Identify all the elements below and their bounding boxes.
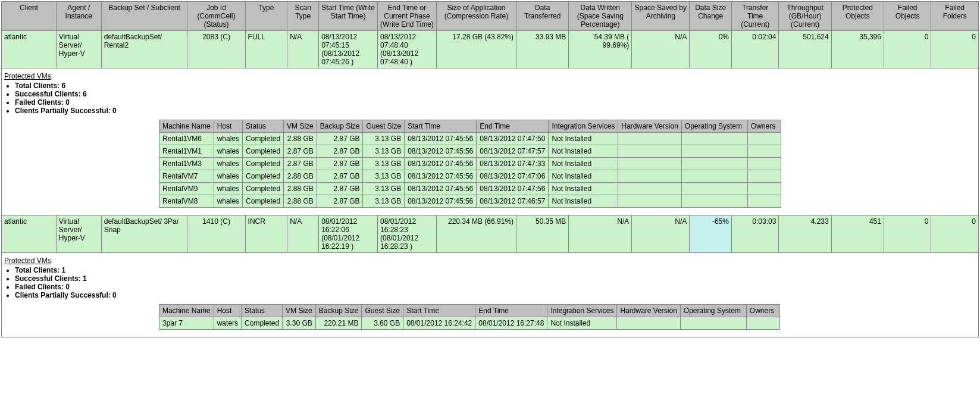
vm-cell-host: whales	[214, 145, 242, 158]
vm-cell-status: Completed	[243, 195, 284, 208]
cell-transferred: 33.93 MB	[516, 31, 569, 68]
vm-col-header: Operating System	[680, 305, 746, 317]
cell-scantype: N/A	[287, 215, 319, 253]
table-header-row: ClientAgent / InstanceBackup Set / Subcl…	[2, 2, 979, 31]
vm-table: Machine NameHostStatusVM SizeBackup Size…	[159, 304, 780, 330]
vm-cell-own	[746, 317, 779, 330]
vm-row: Rental1VM6whalesCompleted2.88 GB2.87 GB3…	[159, 133, 781, 145]
summary-line: Successful Clients: 6	[15, 90, 976, 98]
vm-cell-backupsize: 2.87 GB	[317, 145, 363, 158]
vm-cell-end: 08/13/2012 07:47:06	[477, 170, 549, 183]
vm-cell-own	[747, 133, 781, 145]
vm-cell-hw	[618, 170, 681, 183]
vm-cell-name: 3par 7	[159, 317, 214, 330]
vm-cell-status: Completed	[243, 170, 284, 183]
vm-cell-status: Completed	[243, 145, 284, 158]
summary-list: Total Clients: 1Successful Clients: 1Fai…	[15, 266, 976, 299]
vm-cell-int: Not Installed	[549, 170, 618, 183]
cell-failedobj: 0	[884, 31, 931, 68]
vm-cell-guestsize: 3.13 GB	[363, 195, 405, 208]
col-header: End Time or Current Phase (Write End Tim…	[378, 2, 437, 31]
cell-sizechange: 0%	[690, 31, 732, 68]
vm-col-header: Integration Services	[549, 120, 618, 133]
vm-cell-backupsize: 2.87 GB	[317, 170, 363, 183]
vm-cell-end: 08/13/2012 07:46:57	[477, 195, 549, 208]
col-header: Failed Objects	[884, 2, 931, 31]
vm-cell-end: 08/01/2012 16:27:48	[475, 317, 547, 330]
vm-cell-vmsize: 2.88 GB	[284, 183, 317, 195]
cell-protected: 35,396	[831, 31, 884, 68]
vm-col-header: VM Size	[283, 305, 316, 317]
vm-col-header: End Time	[475, 305, 547, 317]
cell-sizechange: -65%	[690, 215, 732, 253]
vm-cell-end: 08/13/2012 07:47:33	[477, 158, 549, 170]
cell-end: 08/01/2012 16:28:23 (08/01/2012 16:28:23…	[378, 215, 437, 253]
vm-cell-host: whales	[214, 158, 242, 170]
summary-line: Clients Partially Successful: 0	[15, 291, 976, 299]
vm-col-header: VM Size	[284, 120, 317, 133]
vm-col-header: Host	[214, 120, 242, 133]
vm-cell-vmsize: 3.30 GB	[283, 317, 316, 330]
vm-cell-backupsize: 2.87 GB	[317, 133, 363, 145]
col-header: Data Transferred	[516, 2, 569, 31]
vm-cell-status: Completed	[243, 183, 284, 195]
job-row: atlanticVirtual Server/ Hyper-VdefaultBa…	[2, 215, 979, 253]
cell-jobid: 2083 (C)	[187, 31, 245, 68]
col-header: Transfer Time (Current)	[731, 2, 778, 31]
vm-col-header: Start Time	[403, 305, 475, 317]
vm-col-header: End Time	[477, 120, 549, 133]
cell-backupset: defaultBackupSet/ Rental2	[101, 31, 187, 68]
vm-row: RentalVM7whalesCompleted2.88 GB2.87 GB3.…	[159, 170, 781, 183]
vm-cell-os	[681, 170, 747, 183]
vm-cell-end: 08/13/2012 07:47:50	[477, 133, 549, 145]
cell-written: 54.39 MB ( 99.69%)	[569, 31, 632, 68]
vm-cell-vmsize: 2.88 GB	[284, 133, 317, 145]
vm-cell-status: Completed	[243, 158, 284, 170]
vm-cell-own	[747, 170, 781, 183]
col-header: Job Id (CommCell) (Status)	[187, 2, 245, 31]
vm-col-header: Operating System	[681, 120, 747, 133]
vm-col-header: Status	[243, 120, 284, 133]
protected-vms-title: Protected VMs	[4, 72, 51, 80]
vm-col-header: Hardware Version	[618, 120, 681, 133]
cell-failedfold: 0	[931, 215, 979, 253]
vm-cell-own	[747, 183, 781, 195]
cell-client: atlantic	[2, 215, 57, 253]
col-header: Start Time (Write Start Time)	[319, 2, 378, 31]
vm-cell-backupsize: 2.87 GB	[317, 195, 363, 208]
cell-transfertime: 0:03:03	[731, 215, 778, 253]
vm-cell-os	[680, 317, 746, 330]
summary-line: Clients Partially Successful: 0	[15, 107, 976, 115]
vm-cell-name: RentalVM8	[159, 195, 214, 208]
vm-cell-os	[681, 183, 747, 195]
vm-cell-int: Not Installed	[549, 145, 618, 158]
vm-col-header: Backup Size	[317, 120, 363, 133]
cell-protected: 451	[831, 215, 884, 253]
vm-cell-int: Not Installed	[549, 158, 618, 170]
vm-cell-name: Rental1VM3	[159, 158, 214, 170]
cell-size: 220.34 MB (66.91%)	[436, 215, 516, 253]
vm-cell-start: 08/13/2012 07:45:56	[405, 145, 477, 158]
vm-col-header: Backup Size	[315, 305, 362, 317]
vm-cell-name: RentalVM7	[159, 170, 214, 183]
vm-cell-end: 08/13/2012 07:47:57	[477, 145, 549, 158]
vm-cell-vmsize: 2.88 GB	[284, 195, 317, 208]
vm-col-header: Owners	[747, 120, 781, 133]
job-detail-cell: Protected VMs:Total Clients: 6Successful…	[2, 68, 979, 215]
cell-end: 08/13/2012 07:48:40 (08/13/2012 07:48:40…	[378, 31, 437, 68]
cell-start: 08/13/2012 07:45:15 (08/13/2012 07:45:26…	[319, 31, 378, 68]
cell-failedfold: 0	[931, 31, 979, 68]
cell-scantype: N/A	[287, 31, 319, 68]
vm-cell-host: whales	[214, 183, 242, 195]
job-row: atlanticVirtual Server/ Hyper-VdefaultBa…	[2, 31, 979, 68]
summary-list: Total Clients: 6Successful Clients: 6Fai…	[15, 82, 976, 115]
summary-line: Failed Clients: 0	[15, 283, 976, 291]
vm-cell-guestsize: 3.13 GB	[363, 145, 405, 158]
job-detail-row: Protected VMs:Total Clients: 6Successful…	[2, 68, 979, 215]
vm-cell-guestsize: 3.13 GB	[363, 133, 405, 145]
job-detail-cell: Protected VMs:Total Clients: 1Successful…	[2, 253, 979, 337]
cell-transfertime: 0:02:04	[731, 31, 778, 68]
vm-cell-os	[681, 133, 747, 145]
cell-failedobj: 0	[884, 215, 931, 253]
vm-col-header: Start Time	[405, 120, 477, 133]
